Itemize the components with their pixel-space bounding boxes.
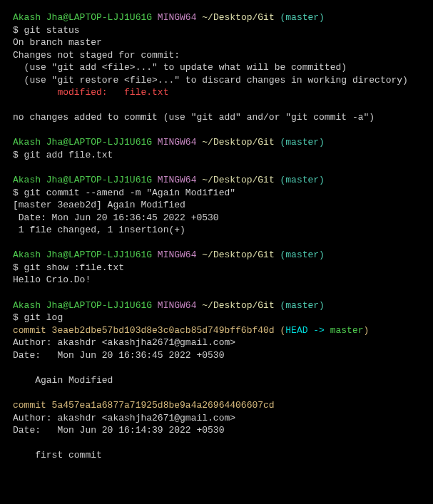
- command-line: $ git log: [13, 312, 420, 324]
- blank-line: [13, 237, 420, 250]
- output-line: Hello Crio.Do!: [13, 274, 420, 287]
- head-ref: HEAD ->: [285, 325, 325, 336]
- blank-line: [13, 361, 420, 374]
- blank-line: [13, 437, 420, 450]
- output-line: (use "git add <file>..." to update what …: [13, 61, 420, 74]
- output-line: [master 3eaeb2d] Again Modified: [13, 199, 420, 212]
- command-line: $ git status: [13, 24, 420, 37]
- prompt-line: Akash Jha@LAPTOP-LJJ1U61G MINGW64 ~/Desk…: [13, 174, 420, 187]
- commit-hash-line: commit 5a457ea1a6877a71925d8be9a4a269644…: [13, 399, 420, 412]
- command-line: $ git commit --amend -m "Again Modified": [13, 187, 420, 200]
- prompt-line: Akash Jha@LAPTOP-LJJ1U61G MINGW64 ~/Desk…: [13, 299, 420, 312]
- prompt-cwd: ~/Desktop/Git: [202, 12, 274, 23]
- commit-hash-line: commit 3eaeb2dbe57bd103d8e3c0acb85d749bf…: [13, 324, 420, 337]
- output-line: (use "git restore <file>..." to discard …: [13, 74, 420, 87]
- prompt-line: Akash Jha@LAPTOP-LJJ1U61G MINGW64 ~/Desk…: [13, 249, 420, 262]
- blank-line: [13, 386, 420, 399]
- output-line: 1 file changed, 1 insertion(+): [13, 224, 420, 237]
- blank-line: [13, 162, 420, 175]
- commit-message: first commit: [13, 449, 420, 462]
- blank-line: [13, 99, 420, 112]
- prompt-branch: (master): [280, 12, 325, 23]
- prompt-line: Akash Jha@LAPTOP-LJJ1U61G MINGW64 ~/Desk…: [13, 136, 420, 149]
- prompt-user: Akash Jha@LAPTOP-LJJ1U61G: [13, 12, 152, 23]
- output-line: On branch master: [13, 36, 420, 49]
- commit-date: Date: Mon Jun 20 16:14:39 2022 +0530: [13, 424, 420, 437]
- blank-line: [13, 124, 420, 137]
- commit-date: Date: Mon Jun 20 16:36:45 2022 +0530: [13, 349, 420, 362]
- terminal-window[interactable]: Akash Jha@LAPTOP-LJJ1U61G MINGW64 ~/Desk…: [0, 0, 433, 473]
- output-line: Changes not staged for commit:: [13, 49, 420, 62]
- commit-author: Author: akashdr <akashjha2671@gmail.com>: [13, 336, 420, 349]
- prompt-line: Akash Jha@LAPTOP-LJJ1U61G MINGW64 ~/Desk…: [13, 11, 420, 24]
- output-line: no changes added to commit (use "git add…: [13, 111, 420, 124]
- modified-file-line: modified: file.txt: [13, 86, 420, 99]
- blank-line: [13, 287, 420, 299]
- commit-author: Author: akashdr <akashjha2671@gmail.com>: [13, 412, 420, 425]
- command-line: $ git show :file.txt: [13, 262, 420, 274]
- branch-ref: master: [325, 325, 364, 336]
- command-line: $ git add file.txt: [13, 149, 420, 162]
- output-line: Date: Mon Jun 20 16:36:45 2022 +0530: [13, 212, 420, 225]
- commit-message: Again Modified: [13, 374, 420, 387]
- prompt-shell: MINGW64: [158, 12, 197, 23]
